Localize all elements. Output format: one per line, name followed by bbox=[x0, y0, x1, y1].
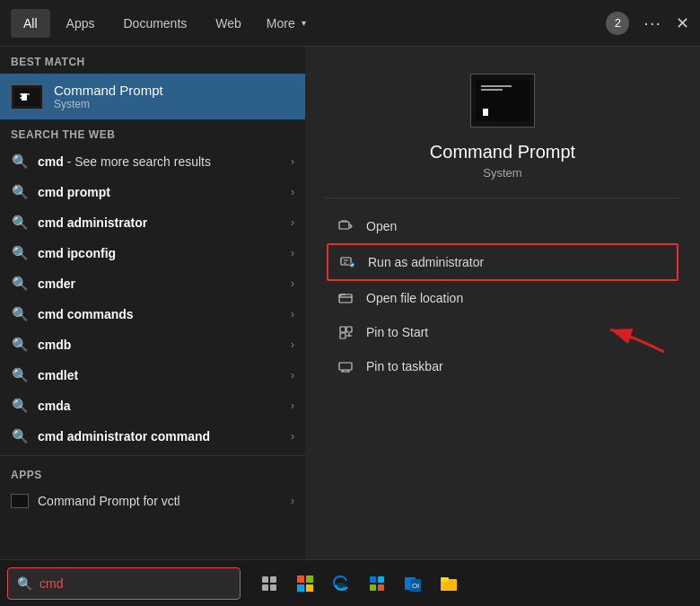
svg-rect-14 bbox=[306, 575, 313, 583]
svg-rect-12 bbox=[270, 584, 276, 591]
chevron-icon-7: › bbox=[291, 369, 294, 382]
microsoft-icon[interactable] bbox=[291, 569, 319, 598]
search-icon-8: 🔍 bbox=[11, 398, 29, 414]
svg-rect-7 bbox=[339, 363, 352, 370]
run-admin-label: Run as administrator bbox=[368, 255, 484, 269]
cmd-icon bbox=[11, 84, 43, 110]
chevron-icon-0: › bbox=[291, 155, 294, 168]
best-match-text: Command Prompt System bbox=[54, 83, 163, 110]
tab-apps[interactable]: Apps bbox=[54, 9, 108, 38]
context-pin-taskbar[interactable]: Pin to taskbar bbox=[327, 349, 678, 383]
search-icon-6: 🔍 bbox=[11, 337, 29, 353]
right-panel: Command Prompt System Open bbox=[305, 47, 700, 606]
svg-text:Ol: Ol bbox=[412, 582, 419, 590]
chevron-apps-0: › bbox=[291, 495, 294, 507]
context-menu: Open Run as administrator bbox=[305, 209, 700, 383]
search-icon-9: 🔍 bbox=[11, 428, 29, 444]
chevron-icon-5: › bbox=[291, 308, 294, 321]
svg-rect-18 bbox=[370, 576, 376, 583]
search-icon-1: 🔍 bbox=[11, 184, 29, 200]
svg-rect-6 bbox=[340, 333, 346, 338]
svg-point-17 bbox=[336, 583, 346, 588]
divider bbox=[0, 455, 305, 456]
chevron-icon-8: › bbox=[291, 400, 294, 412]
context-run-admin[interactable]: Run as administrator bbox=[327, 243, 678, 281]
top-nav: All Apps Documents Web More ▾ 2 ··· ✕ bbox=[0, 0, 700, 47]
svg-point-2 bbox=[349, 262, 354, 268]
taskview-icon[interactable] bbox=[255, 569, 284, 598]
svg-rect-13 bbox=[297, 575, 304, 583]
context-file-location[interactable]: Open file location bbox=[327, 281, 678, 315]
app-preview-icon bbox=[470, 74, 535, 127]
close-icon[interactable]: ✕ bbox=[676, 13, 689, 33]
chevron-icon-2: › bbox=[291, 216, 294, 229]
search-item-cmdb[interactable]: 🔍 cmdb › bbox=[0, 329, 305, 360]
tab-all[interactable]: All bbox=[11, 9, 50, 38]
search-icon-3: 🔍 bbox=[11, 245, 29, 261]
outlook-icon[interactable]: Ol bbox=[398, 569, 427, 598]
svg-rect-26 bbox=[441, 577, 449, 582]
search-icon-7: 🔍 bbox=[11, 367, 29, 383]
context-open[interactable]: Open bbox=[327, 209, 678, 243]
taskbar-icons: Ol bbox=[255, 569, 463, 598]
nav-badge[interactable]: 2 bbox=[606, 12, 629, 35]
taskbar: 🔍 cmd bbox=[0, 559, 700, 606]
search-icon-4: 🔍 bbox=[11, 276, 29, 292]
best-match-label: Best match bbox=[0, 47, 305, 74]
file-explorer-icon[interactable] bbox=[434, 569, 463, 598]
chevron-icon-1: › bbox=[291, 186, 294, 198]
left-panel: Best match Command Prompt System Search … bbox=[0, 47, 305, 606]
search-icon-5: 🔍 bbox=[11, 306, 29, 322]
svg-rect-21 bbox=[378, 584, 384, 591]
svg-rect-20 bbox=[370, 584, 376, 591]
tab-documents[interactable]: Documents bbox=[110, 9, 199, 38]
search-item-cmder[interactable]: 🔍 cmder › bbox=[0, 268, 305, 299]
pin-taskbar-label: Pin to taskbar bbox=[366, 359, 443, 373]
pin-start-label: Pin to Start bbox=[366, 325, 428, 339]
search-item-cmda[interactable]: 🔍 cmda › bbox=[0, 391, 305, 421]
search-web-label: Search the web bbox=[0, 119, 305, 146]
search-icon-2: 🔍 bbox=[11, 215, 29, 231]
svg-rect-3 bbox=[339, 294, 352, 303]
best-match-item[interactable]: Command Prompt System bbox=[0, 74, 305, 119]
open-icon bbox=[337, 218, 354, 234]
chevron-icon-3: › bbox=[291, 247, 294, 259]
chevron-icon-9: › bbox=[291, 430, 294, 443]
svg-rect-11 bbox=[262, 584, 268, 591]
file-location-label: Open file location bbox=[366, 291, 463, 305]
store-icon[interactable] bbox=[363, 569, 391, 598]
nav-more-icon[interactable]: ··· bbox=[643, 13, 661, 33]
search-item-cmdlet[interactable]: 🔍 cmdlet › bbox=[0, 360, 305, 391]
apps-label: Apps bbox=[0, 460, 305, 487]
app-preview-subtitle: System bbox=[483, 166, 521, 180]
app-preview-title: Command Prompt bbox=[430, 142, 575, 162]
search-item-cmd-administrator[interactable]: 🔍 cmd administrator › bbox=[0, 207, 305, 238]
svg-rect-15 bbox=[297, 584, 304, 592]
taskbar-search-icon: 🔍 bbox=[17, 576, 32, 591]
search-results: Search the web 🔍 cmd - See more search r… bbox=[0, 119, 305, 606]
svg-rect-19 bbox=[378, 576, 384, 583]
chevron-down-icon: ▾ bbox=[302, 18, 306, 28]
file-location-icon bbox=[337, 290, 354, 306]
main-layout: Best match Command Prompt System Search … bbox=[0, 47, 700, 606]
app-small-icon bbox=[11, 494, 29, 508]
search-bar-input[interactable]: cmd bbox=[39, 576, 201, 591]
run-admin-icon bbox=[339, 254, 355, 270]
context-pin-start[interactable]: Pin to Start bbox=[327, 315, 678, 349]
apps-item-cmd-vctl[interactable]: Command Prompt for vctl › bbox=[0, 487, 305, 515]
svg-rect-9 bbox=[262, 576, 268, 583]
tab-web[interactable]: Web bbox=[203, 9, 254, 38]
search-item-cmd-commands[interactable]: 🔍 cmd commands › bbox=[0, 299, 305, 329]
search-icon-0: 🔍 bbox=[11, 154, 29, 170]
search-item-cmd-results[interactable]: 🔍 cmd - See more search results › bbox=[0, 146, 305, 177]
pin-start-icon bbox=[337, 324, 354, 340]
search-item-cmd-admin-cmd[interactable]: 🔍 cmd administrator command › bbox=[0, 421, 305, 452]
svg-rect-0 bbox=[339, 222, 349, 229]
svg-rect-4 bbox=[340, 327, 346, 332]
search-item-cmd-prompt[interactable]: 🔍 cmd prompt › bbox=[0, 177, 305, 207]
edge-icon[interactable] bbox=[327, 569, 355, 598]
search-item-cmd-ipconfig[interactable]: 🔍 cmd ipconfig › bbox=[0, 238, 305, 268]
tab-more[interactable]: More ▾ bbox=[258, 9, 315, 38]
nav-right: 2 ··· ✕ bbox=[606, 12, 689, 35]
search-bar[interactable]: 🔍 cmd bbox=[7, 567, 241, 600]
